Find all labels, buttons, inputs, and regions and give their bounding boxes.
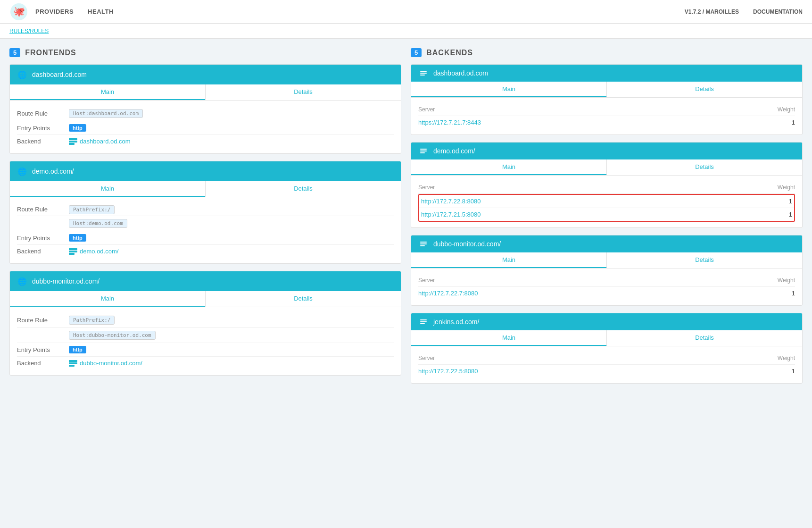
backends-header: 5 BACKENDS (411, 48, 803, 57)
globe-icon-demo: 🌐 (17, 166, 27, 176)
field-route-rule-dubbo: Route Rule PathPrefix:/ (17, 313, 394, 328)
field-entry-points-dubbo: Entry Points http (17, 343, 394, 357)
svg-rect-7 (69, 253, 75, 255)
entry-points-label-demo: Entry Points (17, 235, 69, 242)
backend-body-jenkins: Server Weight http://172.7.22.5:8080 1 (411, 346, 802, 383)
backend-tab-main-jenkins[interactable]: Main (411, 330, 606, 346)
frontend-card-demo: 🌐 demo.od.com/ Main Details Route Rule P… (9, 161, 401, 264)
frontend-tab-main-dubbo[interactable]: Main (10, 291, 205, 307)
backend-name-jenkins: jenkins.od.com/ (433, 318, 479, 326)
svg-rect-3 (69, 141, 77, 142)
server-col-label-dashboard: Server (418, 106, 757, 113)
backend-link-dubbo[interactable]: dubbo-monitor.od.com/ (69, 360, 142, 367)
backend-card-header-jenkins: jenkins.od.com/ (411, 313, 802, 330)
server-weight-demo-0: 1 (754, 198, 792, 205)
backend-card-jenkins: jenkins.od.com/ Main Details Server Weig… (411, 313, 803, 384)
svg-rect-9 (69, 362, 77, 364)
backend-card-dashboard: dashboard.od.com Main Details Server Wei… (411, 64, 803, 135)
backend-table-header-dubbo: Server Weight (418, 274, 795, 287)
documentation-link[interactable]: DOCUMENTATION (753, 8, 803, 15)
route-rule-label-dubbo: Route Rule (17, 317, 69, 324)
backend-tabs-demo: Main Details (411, 159, 802, 176)
field-backend-demo: Backend demo.od.com/ (17, 245, 394, 258)
svg-text:🐙: 🐙 (13, 6, 25, 17)
backend-table-dashboard: Server Weight https://172.7.21.7:8443 1 (418, 103, 795, 129)
backend-link-dashboard[interactable]: dashboard.od.com (69, 138, 131, 145)
server-url-demo-0[interactable]: http://172.7.22.8:8080 (421, 198, 754, 205)
backend-table-header-jenkins: Server Weight (418, 352, 795, 365)
logo: 🐙 (9, 2, 28, 21)
frontend-tab-details-dashboard[interactable]: Details (206, 84, 401, 100)
backend-label-dubbo: Backend (17, 360, 69, 367)
nav-health[interactable]: HEALTH (88, 6, 114, 17)
server-col-label-demo: Server (418, 184, 757, 191)
entry-points-label-dubbo: Entry Points (17, 346, 69, 353)
frontends-section: 5 FRONTENDS 🌐 dashboard.od.com Main Deta… (9, 48, 401, 391)
frontend-card-header-demo: 🌐 demo.od.com/ (10, 161, 401, 181)
header-right: V1.7.2 / MAROILLES DOCUMENTATION (685, 8, 803, 15)
main-content: 5 FRONTENDS 🌐 dashboard.od.com Main Deta… (0, 39, 812, 400)
backend-tab-details-dubbo[interactable]: Details (607, 252, 802, 268)
breadcrumb-link[interactable]: RULES/RULES (9, 28, 49, 34)
backend-body-demo: Server Weight http://172.7.22.8:8080 1 h… (411, 176, 802, 227)
field-route-rule-host-dubbo: Host:dubbo-monitor.od.com (17, 328, 394, 343)
svg-rect-10 (69, 365, 75, 367)
backend-table-header-dashboard: Server Weight (418, 103, 795, 116)
frontend-tab-main-demo[interactable]: Main (10, 181, 205, 197)
server-weight-jenkins-0: 1 (757, 368, 795, 375)
weight-col-label-dubbo: Weight (757, 277, 795, 284)
backend-icon-dubbo (69, 360, 77, 367)
frontends-title: FRONTENDS (25, 49, 76, 57)
route-rule-value-dashboard: Host:dashboard.od.com (69, 109, 143, 118)
frontend-card-header-dashboard: 🌐 dashboard.od.com (10, 65, 401, 84)
entry-points-label-dashboard: Entry Points (17, 125, 69, 132)
backend-tab-details-demo[interactable]: Details (607, 159, 802, 175)
route-rule-tag-host-dubbo: Host:dubbo-monitor.od.com (69, 331, 156, 340)
svg-rect-6 (69, 251, 77, 252)
backend-tab-details-dashboard[interactable]: Details (607, 82, 802, 97)
stack-icon-dashboard (418, 69, 429, 77)
frontend-name-dashboard: dashboard.od.com (32, 71, 87, 78)
server-url-dubbo-0[interactable]: http://172.7.22.7:8080 (418, 290, 757, 297)
table-row: http://172.7.22.7:8080 1 (418, 287, 795, 300)
svg-rect-4 (69, 143, 75, 145)
route-rule-tags-demo: PathPrefix:/ (69, 206, 117, 213)
backend-tab-main-demo[interactable]: Main (411, 159, 606, 175)
field-route-rule-host-demo: Host:demo.od.com (17, 216, 394, 231)
backend-tab-details-jenkins[interactable]: Details (607, 330, 802, 346)
backend-table-dubbo: Server Weight http://172.7.22.7:8080 1 (418, 274, 795, 300)
server-url-jenkins-0[interactable]: http://172.7.22.5:8080 (418, 368, 757, 375)
nav-providers[interactable]: PROVIDERS (35, 6, 74, 17)
frontend-body-demo: Route Rule PathPrefix:/ Host:demo.od.com… (10, 197, 401, 263)
backend-tabs-dubbo: Main Details (411, 252, 802, 268)
frontend-tab-details-dubbo[interactable]: Details (206, 291, 401, 307)
backend-name-dashboard: dashboard.od.com (433, 69, 488, 77)
header-nav: PROVIDERS HEALTH (35, 6, 685, 17)
frontend-tabs-dubbo: Main Details (10, 291, 401, 307)
globe-icon-dubbo: 🌐 (17, 276, 27, 286)
backends-title: BACKENDS (426, 49, 473, 57)
frontend-card-dubbo: 🌐 dubbo-monitor.od.com/ Main Details Rou… (9, 271, 401, 376)
backend-name-dubbo: dubbo-monitor.od.com/ (433, 240, 501, 248)
server-url-dashboard-0[interactable]: https://172.7.21.7:8443 (418, 119, 757, 126)
backend-tabs-jenkins: Main Details (411, 330, 802, 346)
frontend-tab-main-dashboard[interactable]: Main (10, 84, 205, 100)
server-col-label-dubbo: Server (418, 277, 757, 284)
table-row: http://172.7.22.8:8080 1 (419, 195, 794, 208)
highlighted-rows-demo: http://172.7.22.8:8080 1 http://172.7.21… (418, 194, 795, 222)
route-rule-tag-pathprefix-dubbo: PathPrefix:/ (69, 316, 115, 325)
version-label: V1.7.2 / MAROILLES (685, 8, 739, 15)
backend-link-demo[interactable]: demo.od.com/ (69, 248, 118, 255)
header: 🐙 PROVIDERS HEALTH V1.7.2 / MAROILLES DO… (0, 0, 812, 24)
table-row: https://172.7.21.7:8443 1 (418, 116, 795, 129)
breadcrumb: RULES/RULES (0, 24, 812, 39)
stack-icon-dubbo (418, 240, 429, 248)
frontend-tab-details-demo[interactable]: Details (206, 181, 401, 197)
server-url-demo-1[interactable]: http://172.7.21.5:8080 (421, 211, 754, 218)
field-route-rule-demo: Route Rule PathPrefix:/ (17, 203, 394, 216)
frontend-tabs-demo: Main Details (10, 181, 401, 197)
backend-tab-main-dubbo[interactable]: Main (411, 252, 606, 268)
backend-card-header-dashboard: dashboard.od.com (411, 65, 802, 82)
stack-icon-jenkins (418, 318, 429, 326)
backend-tab-main-dashboard[interactable]: Main (411, 82, 606, 97)
